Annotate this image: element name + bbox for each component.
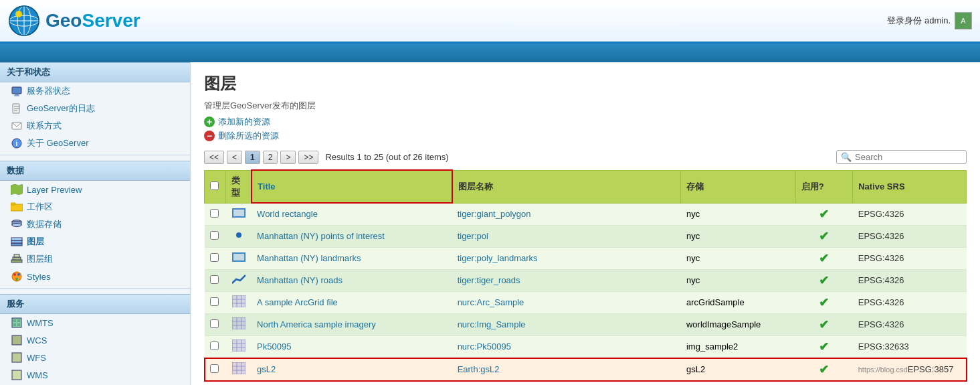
page-next-button[interactable]: > <box>280 151 296 164</box>
svg-point-31 <box>15 278 18 281</box>
cell-layername: Earth:gsL2 <box>452 358 681 381</box>
type-icon-polygon <box>232 254 246 264</box>
search-box-wrapper[interactable]: 🔍 <box>836 150 967 164</box>
page-first-button[interactable]: << <box>204 151 224 164</box>
cell-title[interactable]: Manhattan (NY) points of interest <box>252 225 452 247</box>
file-icon <box>11 102 23 114</box>
sidebar-section-services: 服务 <box>0 294 190 314</box>
sidebar-item-server-status[interactable]: 服务器状态 <box>0 82 190 100</box>
sidebar-item-wcs[interactable]: WCS <box>0 331 190 349</box>
cell-srs: EPSG:4326 <box>858 275 904 285</box>
cell-checkbox[interactable] <box>205 313 226 335</box>
sidebar-item-geoserver-logs[interactable]: GeoServer的日志 <box>0 100 190 117</box>
table-header-row: 类型 Title 图层名称 存储 启用? Native SRS <box>205 170 967 203</box>
row-checkbox-3[interactable] <box>210 253 219 262</box>
sidebar: 关于和状态 服务器状态 GeoServer的日志 联系方式 i 关于 GeoSe… <box>0 62 191 385</box>
svg-rect-39 <box>12 370 21 380</box>
svg-rect-40 <box>233 209 245 217</box>
cell-store: gsL2 <box>681 358 795 381</box>
select-all-checkbox[interactable] <box>210 181 219 190</box>
cell-checkbox[interactable] <box>205 291 226 313</box>
sidebar-item-workspaces[interactable]: 工作区 <box>0 198 190 216</box>
logo-text: GeoServer <box>45 10 140 31</box>
table-row: World rectangle tiger:giant_polygon nyc … <box>205 203 967 225</box>
cell-title[interactable]: North America sample imagery <box>252 313 452 335</box>
cell-checkbox[interactable] <box>205 225 226 247</box>
cell-title[interactable]: gsL2 <box>252 358 452 381</box>
cell-layername: nurc:Arc_Sample <box>452 291 681 313</box>
cell-store: nyc <box>681 203 795 225</box>
cell-checkbox[interactable] <box>205 269 226 291</box>
header-title[interactable]: Title <box>252 170 452 203</box>
table-row: Manhattan (NY) roads tiger:tiger_roads n… <box>205 269 967 291</box>
type-icon-raster <box>232 321 246 331</box>
sidebar-label-layers: 图层 <box>27 236 44 248</box>
sidebar-item-styles[interactable]: Styles <box>0 268 190 285</box>
row-checkbox-2[interactable] <box>210 231 219 240</box>
cell-enabled: ✔ <box>795 335 853 358</box>
sidebar-item-datastores[interactable]: 数据存储 <box>0 216 190 233</box>
cell-srs: EPSG:4326 <box>858 253 904 263</box>
cell-layername: nurc:Pk50095 <box>452 335 681 358</box>
sidebar-item-layer-groups[interactable]: 图层组 <box>0 250 190 268</box>
svg-point-21 <box>12 224 21 227</box>
cell-srs: EPSG:3857 <box>908 364 954 374</box>
row-checkbox-8[interactable] <box>210 364 219 373</box>
sidebar-section-data: 数据 <box>0 161 190 181</box>
cell-checkbox[interactable] <box>205 358 226 381</box>
svg-rect-53 <box>232 339 246 352</box>
type-icon-raster <box>232 299 246 309</box>
user-avatar[interactable]: A <box>955 12 972 29</box>
top-header: GeoServer 登录身份 admin. A <box>0 0 980 44</box>
cell-type <box>226 247 252 269</box>
cell-enabled: ✔ <box>795 269 853 291</box>
sidebar-item-contact[interactable]: 联系方式 <box>0 117 190 135</box>
search-input[interactable] <box>855 152 962 162</box>
header-native-srs: Native SRS <box>853 170 967 203</box>
sidebar-label-wmts: WMTS <box>27 318 54 328</box>
row-checkbox-4[interactable] <box>210 275 219 284</box>
cell-srs: EPSG:4326 <box>858 319 904 329</box>
cell-srs-wrapper: EPSG:4326 <box>853 269 967 291</box>
monitor-icon <box>11 85 23 97</box>
add-icon: + <box>204 117 215 127</box>
cell-title[interactable]: World rectangle <box>252 203 452 225</box>
row-checkbox-7[interactable] <box>210 341 219 350</box>
svg-rect-8 <box>15 94 19 96</box>
layers-table: 类型 Title 图层名称 存储 启用? Native SRS World re… <box>204 169 967 382</box>
sidebar-label-wcs: WCS <box>27 335 47 345</box>
enabled-check: ✔ <box>819 252 829 265</box>
add-resource-link[interactable]: + 添加新的资源 <box>204 116 967 128</box>
cell-title[interactable]: Manhattan (NY) landmarks <box>252 247 452 269</box>
sidebar-item-wms[interactable]: WMS <box>0 366 190 384</box>
cell-checkbox[interactable] <box>205 203 226 225</box>
sidebar-item-wfs[interactable]: WFS <box>0 349 190 366</box>
sidebar-item-about-geoserver[interactable]: i 关于 GeoServer <box>0 135 190 152</box>
cell-type <box>226 203 252 225</box>
row-checkbox-1[interactable] <box>210 209 219 218</box>
svg-rect-38 <box>12 353 21 362</box>
cell-checkbox[interactable] <box>205 247 226 269</box>
enabled-check: ✔ <box>819 363 829 376</box>
page-2-button[interactable]: 2 <box>263 151 278 164</box>
cell-title[interactable]: Pk50095 <box>252 335 452 358</box>
delete-resource-link[interactable]: − 删除所选的资源 <box>204 130 967 142</box>
sidebar-item-wmts[interactable]: WMTS <box>0 314 190 331</box>
cell-layername: nurc:Img_Sample <box>452 313 681 335</box>
enabled-check: ✔ <box>819 318 829 331</box>
cell-srs-wrapper: EPSG:4326 <box>853 225 967 247</box>
page-last-button[interactable]: >> <box>298 151 318 164</box>
page-prev-button[interactable]: < <box>227 151 242 164</box>
row-checkbox-6[interactable] <box>210 319 219 328</box>
cell-layername: tiger:poi <box>452 225 681 247</box>
cell-checkbox[interactable] <box>205 335 226 358</box>
cell-title[interactable]: Manhattan (NY) roads <box>252 269 452 291</box>
table-row: North America sample imagery nurc:Img_Sa… <box>205 313 967 335</box>
cell-title[interactable]: A sample ArcGrid file <box>252 291 452 313</box>
row-checkbox-5[interactable] <box>210 297 219 306</box>
svg-rect-25 <box>11 260 22 262</box>
cell-enabled: ✔ <box>795 313 853 335</box>
sidebar-item-layer-preview[interactable]: Layer Preview <box>0 181 190 198</box>
page-1-button[interactable]: 1 <box>245 151 260 164</box>
sidebar-item-layers[interactable]: 图层 <box>0 233 190 250</box>
